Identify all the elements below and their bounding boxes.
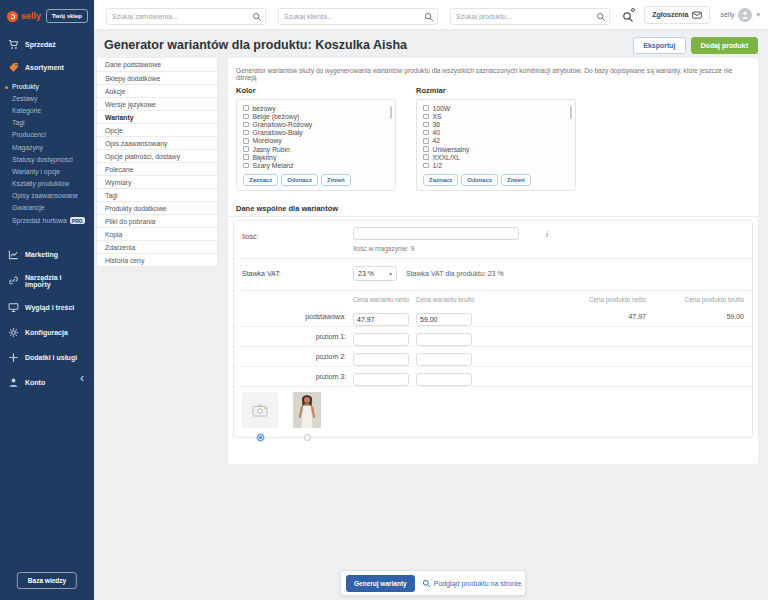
zgloszenia-button[interactable]: Zgłoszenia [644,6,710,24]
sidebar-menu-item[interactable]: Narzędzia i importy [0,267,94,295]
scrollbar-thumb[interactable] [390,106,392,119]
change-button[interactable]: Zmień [501,174,531,186]
sidebar-menu-item[interactable]: Asortyment [0,56,94,79]
product-tab[interactable]: Kopia [97,227,217,240]
knowledge-base-button[interactable]: Baza wiedzy [17,572,77,589]
preview-product-link[interactable]: Podgląd produktu na stronie [422,579,522,588]
add-product-button[interactable]: Dodaj produkt [691,37,758,54]
size-option-row[interactable]: 42 [423,137,569,145]
variant-brutto-input[interactable] [416,353,472,366]
color-option-row[interactable]: Beige (beżowy) [243,112,389,120]
image-radio-placeholder[interactable] [257,434,264,441]
sidebar-submenu-item[interactable]: Zestawy [0,92,94,104]
color-option-row[interactable]: Jasny Rubin [243,145,389,153]
product-tab[interactable]: Historia ceny [97,253,217,266]
vat-select[interactable]: 23 % ▾ [353,266,397,281]
your-shop-button[interactable]: Twój sklep [46,9,88,23]
checkbox-icon[interactable] [243,105,249,111]
color-option-row[interactable]: Morelowy [243,137,389,145]
variant-netto-input[interactable] [353,333,409,346]
color-option-row-partial[interactable] [243,170,389,172]
product-tab[interactable]: Wersje językowe [97,97,217,110]
product-tab[interactable]: Pliki do pobrania [97,214,217,227]
variant-netto-input[interactable] [353,353,409,366]
checkbox-icon[interactable] [423,163,429,169]
sidebar-submenu-item[interactable]: Statusy dostępności [0,153,94,165]
variant-brutto-input[interactable] [416,373,472,386]
checkbox-icon[interactable] [423,114,429,120]
product-tab[interactable]: Dane podstawowe [97,58,217,71]
checkbox-icon[interactable] [423,146,429,152]
product-tab[interactable]: Produkty dodatkowe [97,201,217,214]
sidebar-menu-item[interactable]: Marketing [0,242,94,267]
sidebar-submenu-item[interactable]: Magazyny [0,141,94,153]
variant-brutto-input[interactable] [416,313,472,326]
color-option-row[interactable]: Szary Melanż [243,161,389,169]
product-tab[interactable]: Opcje płatności, dostawy [97,149,217,162]
sidebar-menu-item[interactable]: Sprzedaż [0,33,94,56]
size-option-row[interactable]: XS [423,112,569,120]
product-tab[interactable]: Sklepy dodatkowe [97,71,217,84]
product-tab[interactable]: Aukcje [97,84,217,97]
variant-netto-input[interactable] [353,313,409,326]
scrollbar-thumb[interactable] [570,106,572,119]
sidebar-submenu-item[interactable]: Opisy zaawansowane [0,190,94,202]
checkbox-icon[interactable] [243,163,249,169]
product-tab[interactable]: Polecane [97,162,217,175]
image-radio-photo[interactable] [304,434,311,441]
user-menu[interactable]: selly ▾ [720,8,760,22]
search-customers-input[interactable] [278,8,438,25]
product-tab[interactable]: Wymiary [97,175,217,188]
sidebar-submenu-item[interactable]: Tagi [0,117,94,129]
sidebar-submenu-item[interactable]: Produkty [0,80,94,92]
product-tab[interactable]: Warianty [97,110,217,123]
sidebar-menu-item[interactable]: Dodatki i usługi [0,345,94,370]
checkbox-icon[interactable] [243,154,249,160]
color-option-row[interactable]: Granatowo-Biały [243,129,389,137]
checkbox-icon[interactable] [423,122,429,128]
size-option-row[interactable]: 40 [423,129,569,137]
checkbox-icon[interactable] [243,138,249,144]
color-option-row[interactable]: beżowy [243,104,389,112]
product-tab[interactable]: Zdarzenia [97,240,217,253]
quantity-input[interactable] [353,227,519,240]
select-all-button[interactable]: Zaznacz [243,174,278,186]
sidebar-submenu-item[interactable]: Producenci [0,129,94,141]
image-placeholder-thumb[interactable] [242,392,278,428]
product-tab[interactable]: Opcje [97,123,217,136]
advanced-search-icon[interactable] [622,9,634,21]
size-option-row[interactable]: XXXL/XL [423,153,569,161]
sidebar-submenu-item[interactable]: Sprzedaż hurtowaPRO [0,214,94,227]
search-products-input[interactable] [450,8,610,25]
sidebar-menu-item[interactable]: Wygląd i treści [0,295,94,320]
size-option-row[interactable]: Uniwersalny [423,145,569,153]
checkbox-icon[interactable] [423,105,429,111]
sidebar-submenu-item[interactable]: Gwarancje [0,202,94,214]
size-option-row-partial[interactable] [423,170,569,172]
selly-logo-icon[interactable] [7,11,18,22]
collapse-sidebar-button[interactable]: ‹ [80,372,84,384]
product-photo-thumb[interactable] [293,392,321,428]
checkbox-icon[interactable] [243,146,249,152]
size-option-row[interactable]: 1/2 [423,161,569,169]
variant-brutto-input[interactable] [416,333,472,346]
product-tab[interactable]: Opis zaawansowany [97,136,217,149]
product-tab[interactable]: Tagi [97,188,217,201]
info-icon[interactable]: i [542,229,552,239]
size-option-row[interactable]: 36 [423,120,569,128]
deselect-all-button[interactable]: Odznacz [281,174,318,186]
color-option-row[interactable]: Błękitny [243,153,389,161]
change-button[interactable]: Zmień [321,174,351,186]
color-option-row[interactable]: Granatowo-Różowy [243,120,389,128]
checkbox-icon[interactable] [423,154,429,160]
checkbox-icon[interactable] [243,122,249,128]
sidebar-menu-item[interactable]: Konfiguracja [0,320,94,345]
export-button[interactable]: Eksportuj [633,37,685,54]
sidebar-submenu-item[interactable]: Kategorie [0,104,94,116]
deselect-all-button[interactable]: Odznacz [461,174,498,186]
sidebar-submenu-item[interactable]: Warianty i opcje [0,165,94,177]
checkbox-icon[interactable] [423,138,429,144]
size-option-row[interactable]: 100W [423,104,569,112]
generate-variants-button[interactable]: Generuj warianty [346,575,415,592]
logo-text[interactable]: selly [21,11,41,21]
